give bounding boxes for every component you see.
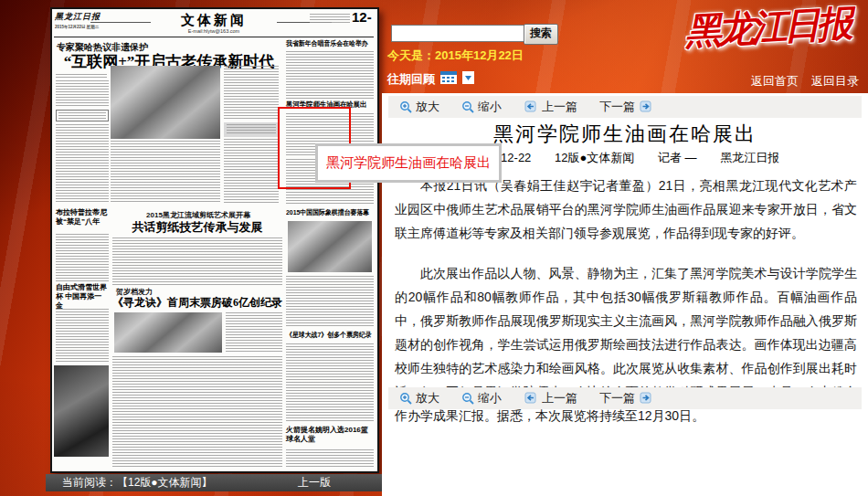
- newspaper-logo[interactable]: 黑龙江日报: [683, 0, 868, 72]
- np-right-top-headline[interactable]: 我省新年合唱音乐会在哈举办: [286, 39, 368, 47]
- prev-page-icon: [524, 392, 538, 405]
- simulated-text: [56, 124, 109, 203]
- simulated-text: [286, 449, 374, 468]
- simulated-text: [112, 237, 282, 285]
- np-movie-headline[interactable]: 《寻龙诀》首周末票房破6亿创纪录: [112, 295, 282, 311]
- np-sub-box: [56, 110, 109, 121]
- prev-article-label: 上一篇: [542, 99, 577, 115]
- prev-article-button[interactable]: 上一篇: [524, 390, 577, 406]
- simulated-text: [111, 141, 220, 203]
- np-chess-photo: [288, 221, 372, 272]
- magnifier-minus-icon: [461, 392, 474, 405]
- article-source: 黑龙江日报: [720, 151, 779, 164]
- zoom-in-label: 放大: [416, 390, 439, 406]
- prev-article-button[interactable]: 上一篇: [524, 99, 577, 115]
- past-issues-label[interactable]: 往期回顾: [387, 71, 435, 88]
- prev-page-link[interactable]: 上一版: [298, 475, 331, 491]
- article-paragraph: 本报21日讯（吴春娟王佳赵宇记者董盈）21日，亮相黑龙江现代文化艺术产业园区中俄…: [395, 174, 857, 245]
- current-reading-bar: 当前阅读：【12版●文体新闻】 上一版: [46, 474, 384, 491]
- article-reporter: 记者 —: [658, 151, 697, 164]
- article-section: 12版●文体新闻: [555, 151, 634, 164]
- back-home-link[interactable]: 返回首页: [751, 73, 799, 90]
- magnifier-minus-icon: [461, 100, 474, 113]
- article-highlight-tooltip: 黑河学院师生油画在哈展出: [315, 143, 502, 183]
- next-page-icon: [639, 100, 653, 113]
- calendar-icon[interactable]: [440, 71, 457, 88]
- zoom-out-button[interactable]: 缩小: [461, 99, 502, 115]
- simulated-text: [286, 276, 374, 327]
- np-issue-date: 2015年12月22日 星期二: [55, 25, 132, 29]
- np-email: E-mail:hlytw@163.com: [154, 28, 273, 34]
- toolbar-top: 放大 缩小 上一篇 下一篇: [388, 96, 862, 118]
- simulated-text: [286, 343, 374, 422]
- search-input[interactable]: [391, 25, 524, 42]
- np-byline: [56, 74, 107, 78]
- prev-page-icon: [524, 100, 538, 113]
- chevron-down-icon[interactable]: [462, 71, 474, 88]
- zoom-out-label: 缩小: [478, 99, 502, 115]
- next-article-button[interactable]: 下一篇: [599, 99, 653, 115]
- next-article-button[interactable]: 下一篇: [599, 390, 653, 406]
- back-links: 返回首页 返回目录: [751, 73, 859, 90]
- zoom-in-label: 放大: [416, 99, 439, 115]
- np-starwars-headline[interactable]: 《星球大战7》创多个票房纪录: [286, 331, 372, 339]
- np-chess-headline[interactable]: 2015中国国际象棋擂台赛落幕: [286, 208, 369, 216]
- np-highlight-box: [224, 122, 279, 137]
- np-basketball-photo: [54, 365, 109, 457]
- search-button[interactable]: 搜索: [524, 24, 558, 45]
- prev-article-label: 上一篇: [542, 390, 577, 406]
- simulated-text: [224, 139, 279, 203]
- zoom-out-button[interactable]: 缩小: [461, 390, 502, 406]
- next-article-label: 下一篇: [599, 390, 635, 406]
- np-section-title: 文体新闻: [154, 12, 273, 29]
- np-page-number: 12-: [352, 9, 377, 25]
- np-left2-headline[interactable]: 自由式滑雪世界杯 中国再添一金: [56, 283, 109, 311]
- np-left1-headline[interactable]: 布拉特普拉蒂尼被“禁足”八年: [56, 208, 109, 227]
- simulated-text: [56, 80, 109, 108]
- np-contact-info: [310, 14, 350, 24]
- magnifier-plus-icon: [399, 100, 412, 113]
- simulated-text: [56, 234, 109, 281]
- np-masthead: 黑龙江日报 2015年12月22日 星期二: [55, 11, 132, 29]
- simulated-text: [226, 312, 282, 353]
- zoom-in-button[interactable]: 放大: [399, 390, 439, 406]
- today-date-text: 今天是：2015年12月22日: [387, 47, 524, 64]
- np-rule-left: [90, 22, 151, 23]
- next-article-label: 下一篇: [599, 99, 635, 115]
- magnifier-plus-icon: [399, 392, 412, 405]
- back-toc-link[interactable]: 返回目录: [811, 73, 859, 90]
- zoom-in-button[interactable]: 放大: [399, 99, 439, 115]
- simulated-text: [112, 356, 282, 468]
- np-header-rule: [54, 37, 374, 37]
- newspaper-page-thumbnail[interactable]: 黑龙江日报 2015年12月22日 星期二 文体新闻 E-mail:hlytw@…: [50, 7, 379, 473]
- np-main-photo: [111, 66, 220, 139]
- simulated-text: [286, 51, 374, 99]
- np-center-headline[interactable]: 共话剪纸技艺传承与发展: [112, 219, 282, 236]
- np-movie-photo: [114, 312, 222, 353]
- next-page-icon: [639, 392, 653, 405]
- np-yao-headline[interactable]: 火箭提名姚明入选2016篮球名人堂: [286, 426, 374, 444]
- current-reading-label: 当前阅读：【12版●文体新闻】: [46, 475, 213, 491]
- simulated-text: [56, 309, 109, 362]
- zoom-out-label: 缩小: [478, 390, 502, 406]
- past-issues-row: 往期回顾: [387, 71, 474, 88]
- simulated-text: [224, 66, 279, 121]
- toolbar-bottom: 放大 缩小 上一篇 下一篇: [388, 387, 862, 409]
